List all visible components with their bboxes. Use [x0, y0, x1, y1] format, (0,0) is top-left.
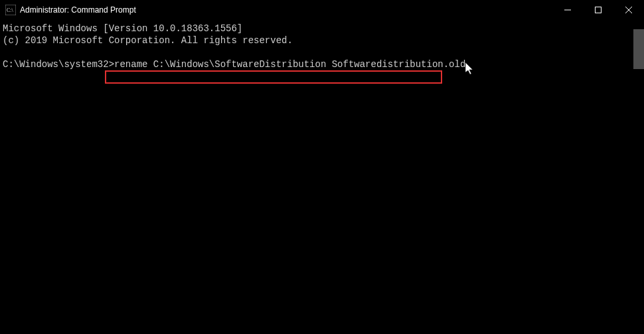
minimize-button[interactable]: [552, 0, 583, 20]
scrollbar-thumb[interactable]: [633, 29, 644, 69]
prompt-text: C:\Windows\system32>: [3, 59, 114, 70]
window-title: Administrator: Command Prompt: [20, 5, 136, 15]
titlebar: C:\ Administrator: Command Prompt: [0, 0, 644, 20]
copyright-line: (c) 2019 Microsoft Corporation. All righ…: [3, 35, 644, 46]
annotation-highlight-box: [105, 70, 442, 84]
maximize-button[interactable]: [583, 0, 613, 20]
version-line: Microsoft Windows [Version 10.0.18363.15…: [3, 23, 644, 35]
close-button[interactable]: [613, 0, 644, 20]
terminal-body[interactable]: Microsoft Windows [Version 10.0.18363.15…: [0, 20, 644, 334]
window-controls: [552, 0, 644, 19]
scrollbar[interactable]: [633, 20, 644, 334]
prompt-line: C:\Windows\system32>rename C:\Windows\So…: [3, 58, 644, 70]
command-input[interactable]: rename C:\Windows\SoftwareDistribution S…: [114, 59, 465, 70]
app-icon: C:\: [5, 5, 16, 15]
svg-text:C:\: C:\: [7, 7, 14, 13]
titlebar-left: C:\ Administrator: Command Prompt: [0, 5, 136, 15]
svg-rect-3: [596, 7, 602, 13]
